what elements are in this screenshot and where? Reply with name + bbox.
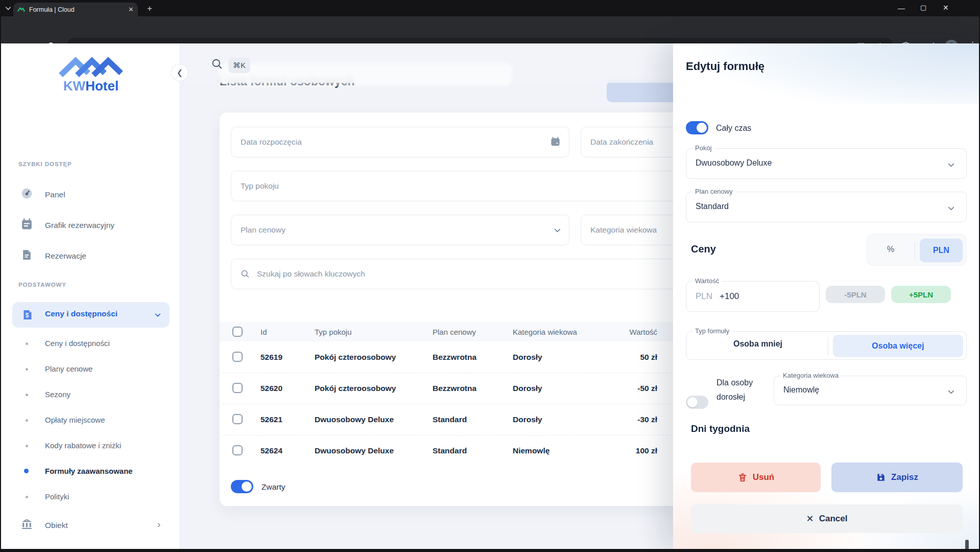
cell-plan: Bezzwrotna bbox=[433, 353, 476, 362]
cell-plan: Standard bbox=[433, 446, 467, 455]
col-price-plan: Plan cenowy bbox=[433, 328, 476, 336]
cell-value: 50 zł bbox=[606, 353, 657, 362]
save-button-label: Zapisz bbox=[891, 472, 918, 482]
cell-plan: Standard bbox=[433, 415, 467, 424]
unit-pln-option[interactable]: PLN bbox=[920, 239, 963, 262]
window-bottom-edge bbox=[0, 549, 980, 552]
kwhotel-logo[interactable]: KWHotel bbox=[59, 53, 123, 94]
screen: Formuła | Cloud ✕ + — ▢ ✕ ← → ⟳ cloud2.k… bbox=[0, 0, 980, 552]
sidebar-item-label: Ceny i dostępności bbox=[45, 309, 117, 318]
window-close-button[interactable]: ✕ bbox=[943, 4, 949, 12]
plan-select-label: Plan cenowy bbox=[692, 188, 735, 195]
tab-close-icon[interactable]: ✕ bbox=[128, 6, 134, 13]
sidebar-sub-prices[interactable]: Ceny i dostępności bbox=[45, 339, 110, 348]
compact-view-toggle[interactable] bbox=[231, 480, 253, 493]
drawer-header-gradient bbox=[673, 43, 980, 104]
blurred-overlay-shape bbox=[219, 63, 512, 86]
new-tab-button[interactable]: + bbox=[147, 4, 152, 14]
sidebar-sub-advanced-formulas[interactable]: Formuły zaawansowane bbox=[45, 467, 133, 475]
row-checkbox[interactable] bbox=[232, 414, 243, 424]
plan-select[interactable]: Plan cenowy Standard bbox=[686, 192, 967, 222]
cell-room: Pokój czteroosobowy bbox=[315, 353, 396, 362]
drawer-footer-gradient bbox=[673, 444, 980, 549]
svg-text:$: $ bbox=[26, 312, 29, 319]
room-select-value: Dwuosobowy Deluxe bbox=[696, 158, 772, 168]
unit-percent-option[interactable]: % bbox=[875, 245, 906, 254]
minus-5pln-button[interactable]: -5PLN bbox=[826, 286, 885, 303]
cell-age: Dorosły bbox=[513, 353, 542, 362]
sidebar-sub-discount-codes[interactable]: Kody rabatowe i zniżki bbox=[45, 441, 121, 450]
all-time-label: Cały czas bbox=[716, 124, 751, 133]
sidebar-item-booking-chart[interactable]: Grafik rezerwacyjny bbox=[45, 221, 114, 230]
cell-id: 52620 bbox=[260, 384, 282, 393]
chevron-down-icon bbox=[554, 226, 561, 234]
global-search-icon[interactable] bbox=[210, 57, 224, 71]
sidebar-sub-local-fees[interactable]: Opłaty miejscowe bbox=[45, 416, 105, 424]
cell-age: Dorosły bbox=[513, 415, 542, 424]
weekdays-heading: Dni tygodnia bbox=[691, 423, 750, 434]
adult-toggle-label: Dla osoby dorosłej bbox=[716, 376, 770, 404]
logo-hotel: Hotel bbox=[85, 78, 118, 94]
sidebar-item-reservations[interactable]: Rezerwacje bbox=[45, 251, 86, 261]
chevron-right-icon: › bbox=[157, 519, 160, 530]
cell-room: Pokój czteroosobowy bbox=[315, 384, 396, 393]
search-shortcut-badge: ⌘K bbox=[228, 58, 250, 73]
sidebar: KWHotel SZYBKI DOSTĘP Panel Grafik rezer… bbox=[1, 43, 180, 549]
value-field-label: Wartość bbox=[692, 277, 722, 285]
tab-person-less[interactable]: Osoba mniej bbox=[691, 339, 824, 349]
sidebar-collapse-button[interactable]: ❮ bbox=[171, 64, 188, 81]
col-age-category: Kategoria wiekowa bbox=[513, 328, 577, 336]
booking-calendar-icon bbox=[20, 218, 33, 231]
chevron-down-icon bbox=[947, 388, 955, 396]
plus-5pln-button[interactable]: +5PLN bbox=[891, 286, 951, 303]
unit-segmented-control: % PLN bbox=[867, 234, 967, 266]
property-bank-icon bbox=[20, 518, 33, 531]
row-checkbox[interactable] bbox=[232, 383, 243, 393]
room-select[interactable]: Pokój Dwuosobowy Deluxe bbox=[686, 148, 967, 179]
sidebar-item-property[interactable]: Obiekt bbox=[45, 521, 68, 530]
age-category-select-drawer[interactable]: Kategoria wiekowa Niemowlę bbox=[774, 376, 967, 405]
chevron-down-icon bbox=[154, 311, 161, 318]
price-receipt-icon: $ bbox=[21, 309, 34, 321]
cell-room: Dwuosobowy Deluxe bbox=[315, 415, 394, 424]
row-checkbox[interactable] bbox=[232, 352, 243, 362]
trash-icon bbox=[737, 472, 748, 482]
browser-tab[interactable]: Formuła | Cloud ✕ bbox=[13, 3, 138, 16]
delete-button[interactable]: Usuń bbox=[691, 463, 821, 492]
cell-room: Dwuosobowy Deluxe bbox=[315, 446, 394, 455]
sidebar-sub-price-plans[interactable]: Plany cenowe bbox=[45, 364, 92, 373]
window-minimize-button[interactable]: — bbox=[898, 4, 905, 12]
sidebar-item-panel[interactable]: Panel bbox=[45, 190, 65, 199]
reservations-document-icon bbox=[20, 248, 33, 261]
cell-plan: Bezzwrotna bbox=[433, 384, 476, 393]
sidebar-sub-seasons[interactable]: Sezony bbox=[45, 390, 70, 399]
all-time-toggle[interactable] bbox=[686, 121, 708, 134]
save-button[interactable]: Zapisz bbox=[831, 463, 963, 492]
tab-favicon-icon bbox=[17, 6, 25, 13]
tab-person-more[interactable]: Osoba więcej bbox=[833, 335, 963, 357]
col-value: Wartość bbox=[606, 328, 657, 336]
active-bullet-icon bbox=[24, 469, 29, 473]
price-plan-select[interactable] bbox=[231, 215, 569, 245]
value-field[interactable]: Wartość PLN +100 bbox=[686, 281, 820, 312]
tab-search-chevron-icon[interactable] bbox=[5, 5, 12, 12]
start-date-input[interactable] bbox=[231, 127, 569, 157]
section-quick-access: SZYBKI DOSTĘP bbox=[18, 161, 72, 167]
room-select-label: Pokój bbox=[692, 144, 714, 152]
logo-kw: KW bbox=[63, 78, 85, 94]
window-maximize-button[interactable]: ▢ bbox=[920, 4, 926, 12]
sidebar-item-prices-availability[interactable]: $ Ceny i dostępności bbox=[12, 302, 170, 328]
sidebar-sub-policies[interactable]: Polityki bbox=[45, 492, 69, 501]
row-checkbox[interactable] bbox=[232, 445, 243, 455]
bullet-icon bbox=[26, 342, 28, 345]
bullet-icon bbox=[26, 368, 28, 371]
add-formula-button-partial[interactable] bbox=[607, 81, 679, 102]
calendar-icon[interactable] bbox=[549, 136, 561, 148]
plan-select-value: Standard bbox=[696, 202, 729, 211]
bullet-icon bbox=[26, 394, 28, 396]
select-all-checkbox[interactable] bbox=[232, 327, 243, 337]
adult-person-toggle[interactable] bbox=[686, 396, 708, 409]
cancel-button[interactable]: ✕ Cancel bbox=[691, 504, 963, 533]
tab-title: Formuła | Cloud bbox=[29, 6, 128, 13]
cell-value: -30 zł bbox=[606, 415, 657, 424]
